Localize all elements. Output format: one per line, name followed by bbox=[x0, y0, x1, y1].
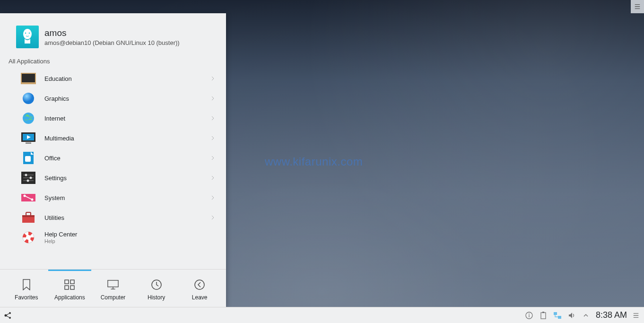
svg-rect-29 bbox=[70, 280, 74, 284]
taskbar: 8:38 AM bbox=[0, 307, 644, 323]
svg-rect-9 bbox=[26, 142, 31, 144]
taskbar-clock[interactable]: 8:38 AM bbox=[594, 310, 629, 320]
category-list: Education Graphics Internet Multimedia bbox=[0, 69, 226, 269]
category-help-center[interactable]: Help Center Help bbox=[0, 227, 226, 247]
kde-logo-icon bbox=[3, 310, 13, 321]
svg-point-41 bbox=[529, 314, 530, 314]
application-launcher-menu: amos amos@debian10 (Debian GNU/Linux 10 … bbox=[0, 13, 226, 307]
svg-rect-43 bbox=[541, 313, 546, 319]
tab-favorites[interactable]: Favorites bbox=[5, 270, 48, 307]
svg-point-36 bbox=[195, 280, 204, 289]
svg-rect-25 bbox=[26, 212, 31, 216]
svg-point-14 bbox=[25, 174, 27, 176]
back-icon bbox=[194, 279, 205, 290]
chevron-right-icon bbox=[211, 96, 215, 101]
hamburger-icon bbox=[634, 3, 641, 10]
tab-label: Applications bbox=[54, 294, 85, 301]
tab-computer[interactable]: Computer bbox=[91, 270, 135, 307]
svg-rect-44 bbox=[542, 312, 544, 313]
connector-icon bbox=[21, 191, 36, 204]
panel-menu-icon[interactable] bbox=[632, 311, 640, 320]
svg-point-2 bbox=[29, 33, 30, 34]
clipboard-icon[interactable] bbox=[539, 311, 548, 320]
chevron-right-icon bbox=[211, 195, 215, 200]
svg-rect-46 bbox=[558, 316, 561, 319]
tray-expand-icon[interactable] bbox=[582, 311, 590, 320]
svg-rect-11 bbox=[25, 156, 31, 162]
chalkboard-icon bbox=[21, 72, 36, 85]
svg-rect-28 bbox=[65, 280, 69, 284]
category-label: Education bbox=[44, 75, 202, 82]
category-utilities[interactable]: Utilities bbox=[0, 208, 226, 227]
category-label: Help Center bbox=[44, 231, 215, 238]
document-icon bbox=[21, 151, 36, 165]
category-multimedia[interactable]: Multimedia bbox=[0, 128, 226, 148]
volume-icon[interactable] bbox=[567, 311, 576, 320]
sphere-icon bbox=[21, 92, 36, 105]
tab-history[interactable]: History bbox=[135, 270, 178, 307]
desktop-menu-toggle[interactable] bbox=[631, 0, 644, 13]
section-label: All Applications bbox=[0, 55, 226, 69]
tab-label: Leave bbox=[192, 294, 208, 301]
svg-rect-23 bbox=[22, 216, 35, 223]
grid-icon bbox=[64, 279, 75, 290]
svg-rect-30 bbox=[65, 286, 69, 289]
svg-point-5 bbox=[23, 93, 34, 104]
chevron-right-icon bbox=[211, 136, 215, 140]
toolbox-icon bbox=[21, 211, 36, 224]
category-label: Multimedia bbox=[44, 135, 202, 142]
chevron-right-icon bbox=[211, 175, 215, 180]
tab-applications[interactable]: Applications bbox=[48, 270, 92, 307]
app-launcher-button[interactable] bbox=[2, 309, 14, 322]
chevron-right-icon bbox=[211, 76, 215, 81]
category-sublabel: Help bbox=[44, 238, 215, 244]
svg-rect-45 bbox=[554, 312, 557, 315]
svg-point-38 bbox=[9, 312, 11, 314]
system-tray bbox=[525, 311, 594, 320]
host-label: amos@debian10 (Debian GNU/Linux 10 (bust… bbox=[44, 39, 180, 46]
svg-rect-4 bbox=[21, 82, 36, 84]
tab-label: Computer bbox=[101, 294, 126, 301]
tab-label: History bbox=[148, 294, 165, 301]
svg-rect-32 bbox=[108, 280, 118, 287]
category-label: Office bbox=[44, 155, 202, 162]
clock-icon bbox=[151, 279, 162, 290]
lifebuoy-icon bbox=[21, 231, 36, 244]
category-settings[interactable]: Settings bbox=[0, 168, 226, 188]
svg-point-27 bbox=[26, 235, 31, 240]
svg-point-39 bbox=[9, 317, 11, 319]
category-graphics[interactable]: Graphics bbox=[0, 88, 226, 108]
chevron-right-icon bbox=[211, 116, 215, 121]
launcher-tabs: Favorites Applications Computer History … bbox=[0, 269, 226, 307]
svg-rect-31 bbox=[70, 286, 74, 289]
category-internet[interactable]: Internet bbox=[0, 108, 226, 128]
category-education[interactable]: Education bbox=[0, 69, 226, 88]
network-icon[interactable] bbox=[553, 311, 562, 320]
watermark-text: www.kifarunix.com bbox=[265, 155, 363, 168]
svg-point-1 bbox=[25, 33, 26, 34]
svg-rect-3 bbox=[21, 73, 35, 83]
svg-point-18 bbox=[27, 180, 29, 182]
globe-icon bbox=[21, 112, 36, 125]
tab-label: Favorites bbox=[15, 294, 38, 301]
svg-point-37 bbox=[5, 314, 7, 316]
category-system[interactable]: System bbox=[0, 188, 226, 208]
media-player-icon bbox=[21, 131, 36, 145]
sliders-icon bbox=[21, 171, 36, 184]
monitor-icon bbox=[107, 279, 119, 290]
category-label: Graphics bbox=[44, 95, 202, 102]
category-label: Utilities bbox=[44, 214, 202, 221]
category-office[interactable]: Office bbox=[0, 148, 226, 168]
chevron-right-icon bbox=[211, 215, 215, 220]
category-label: Internet bbox=[44, 115, 202, 122]
avatar bbox=[16, 26, 39, 48]
svg-point-16 bbox=[30, 177, 32, 179]
username-label: amos bbox=[44, 28, 180, 38]
info-icon[interactable] bbox=[525, 311, 533, 320]
svg-point-0 bbox=[23, 29, 32, 39]
category-label: Settings bbox=[44, 175, 202, 182]
category-label: System bbox=[44, 194, 202, 201]
user-header: amos amos@debian10 (Debian GNU/Linux 10 … bbox=[0, 13, 226, 55]
svg-point-6 bbox=[23, 113, 34, 124]
tab-leave[interactable]: Leave bbox=[178, 270, 221, 307]
